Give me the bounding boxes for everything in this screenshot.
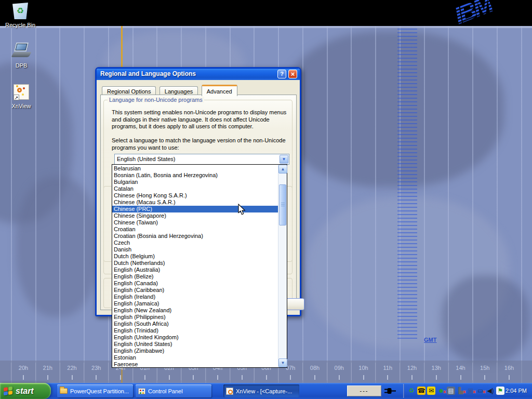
mail-alert-icon[interactable]: ✉ [427,387,435,395]
list-item[interactable]: Chinese (Singapore) [112,212,278,219]
network-computers-icon[interactable]: ▤ [447,387,455,395]
list-item[interactable]: Bulgarian [112,179,278,185]
list-item[interactable]: English (United States) [112,341,278,348]
hour-tick [144,375,145,380]
hour-separator [302,363,303,380]
xnview-dot [23,87,25,89]
sync-icon[interactable]: ♻ [407,387,416,395]
list-item[interactable]: Chinese (Taiwan) [112,219,278,226]
list-item[interactable]: English (United Kingdom) [112,334,278,341]
list-item[interactable]: English (Canada) [112,280,278,287]
hour-label: 11h [379,365,396,371]
task-button-control-panel[interactable]: Control Panel [136,384,211,397]
scroll-up-button[interactable]: ▲ [278,165,287,174]
hour-separator [351,363,352,380]
list-item[interactable]: Catalan [112,185,278,192]
hour-tick [290,375,291,380]
xnview-icon [226,388,233,395]
list-item[interactable]: English (Ireland) [112,294,278,300]
task-button-xnview[interactable]: XnView - [<Capture-... [223,384,299,397]
language-combobox[interactable]: English (United States) ▼ [114,154,289,165]
list-item[interactable]: English (Belize) [112,273,278,280]
ibm-logo: IBM [450,0,495,30]
dialog-titlebar[interactable]: Regional and Language Options ? × [97,69,300,80]
capture-flag-icon-glyph: ⚑ [496,387,504,395]
task-button-powerquest[interactable]: PowerQuest Partition... [57,384,133,397]
close-button[interactable]: × [288,70,297,78]
network-computers-icon-glyph: ▤ [447,387,455,395]
list-item[interactable]: Chinese (Hong Kong S.A.R.) [112,192,278,199]
net-disconnect-icon[interactable]: ▭× [476,387,485,395]
shortcut-arrow-icon: ↗ [14,95,19,100]
hour-tick [363,375,364,380]
hour-tick [217,375,218,380]
top-black-band: IBM [0,0,532,26]
error-overlay: × [483,388,486,396]
hour-tick [72,375,73,380]
modem-icon[interactable]: ☎ [417,387,425,395]
description-text: This system setting enables non-Unicode … [112,109,294,130]
display-error-icon[interactable]: ▣× [467,387,475,395]
hour-separator [375,363,376,380]
error-overlay: × [463,388,466,396]
list-item[interactable]: English (Zimbabwe) [112,348,278,354]
hour-label: 20h [15,365,32,371]
language-listbox: BelarusianBosnian (Latin, Bosnia and Her… [112,164,287,368]
system-tray: ♻☎✉☻×▤▙×▣×▭×◀)⚑ [407,387,504,395]
start-button[interactable]: start [0,383,51,399]
list-item[interactable]: English (Jamaica) [112,300,278,307]
desktop-screen: IBM GMT 20h21h22h23h24h01h02h03h04h05h06… [0,0,532,399]
list-item[interactable]: Dutch (Belgium) [112,253,278,260]
desktop-icon-recycle-bin[interactable]: ♻ Recycle Bin [0,2,41,29]
list-item[interactable]: Chinese (PRC) [112,206,278,212]
control-panel-icon [138,388,145,394]
capture-flag-icon[interactable]: ⚑ [496,387,504,395]
messenger-offline-icon[interactable]: ☻× [437,387,445,395]
desktop-icon-dpb[interactable]: DPB [1,43,42,70]
list-item[interactable]: Estonian [112,354,278,361]
hour-separator [400,363,400,380]
desktop-icon-xnview[interactable]: ↗ XnView [1,83,42,110]
list-item[interactable]: English (Australia) [112,267,278,273]
combobox-value: English (United States) [117,156,176,162]
list-item[interactable]: English (Philippines) [112,314,278,321]
list-item[interactable]: English (Caribbean) [112,287,278,294]
signal-lost-icon[interactable]: ▙× [457,387,465,395]
scrollbar-thumb[interactable] [279,184,286,225]
list-item[interactable]: English (Trinidad) [112,327,278,334]
folder-icon [60,388,68,394]
list-item[interactable]: Croatian (Bosnia and Herzegovina) [112,233,278,240]
partially-hidden-button[interactable] [286,298,304,310]
volume-icon[interactable]: ◀) [486,387,495,395]
listbox-scrollbar[interactable]: ▲ ▼ [278,165,287,367]
hour-tick [242,375,243,380]
language-listbox-items: BelarusianBosnian (Latin, Bosnia and Her… [112,165,278,368]
taskbar-clock[interactable]: 2:04 PM [506,383,527,399]
scroll-down-button[interactable]: ▼ [278,358,287,367]
list-item[interactable]: English (New Zealand) [112,307,278,314]
xnview-icon: ↗ [12,83,31,101]
dialog-title: Regional and Language Options [100,70,196,77]
list-item[interactable]: Dutch (Netherlands) [112,260,278,267]
laptop-base [11,52,31,57]
battery-meter[interactable]: --- [347,385,381,396]
xnview-swirl [17,88,22,92]
hour-label: 16h [500,365,518,371]
task-label: Control Panel [148,388,183,394]
combobox-dropdown-button[interactable]: ▼ [280,155,288,164]
hour-tick [193,375,194,380]
help-button[interactable]: ? [277,70,286,78]
hour-separator [108,363,109,380]
list-item[interactable]: Danish [112,246,278,253]
list-item[interactable]: Czech [112,240,278,246]
list-item[interactable]: Chinese (Macau S.A.R.) [112,199,278,206]
hour-separator [424,363,424,380]
list-item[interactable]: Belarusian [112,165,278,172]
list-item[interactable]: Faeroese [112,361,278,368]
list-item[interactable]: Croatian [112,226,278,233]
list-item[interactable]: English (South Africa) [112,321,278,327]
hour-label: 21h [39,365,57,371]
list-item[interactable]: Bosnian (Latin, Bosnia and Herzegovina) [112,172,278,179]
tab-advanced[interactable]: Advanced [202,85,237,96]
xnview-dot [16,85,18,87]
